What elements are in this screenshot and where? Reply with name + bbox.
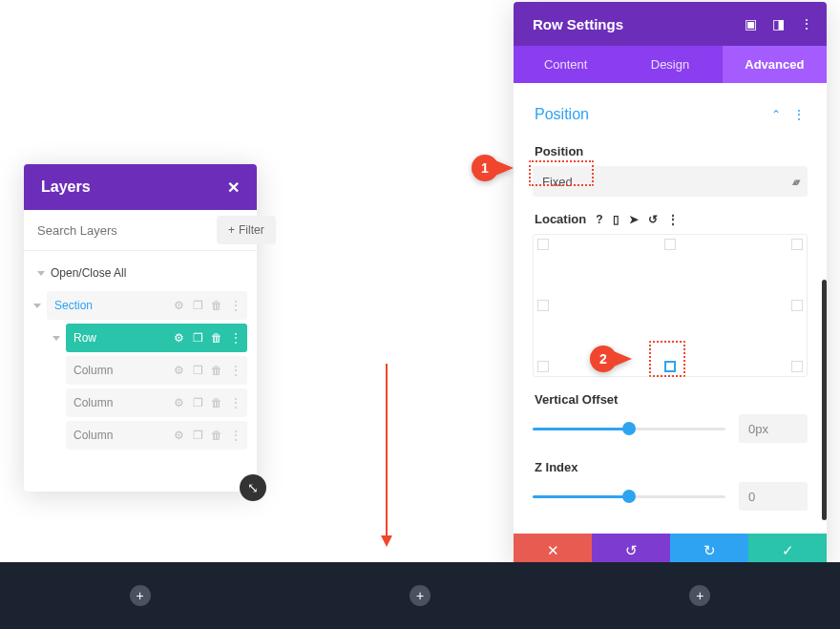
help-icon[interactable]: ? bbox=[596, 213, 602, 226]
expand-icon[interactable]: ▣ bbox=[745, 16, 757, 31]
highlight-box-2 bbox=[649, 341, 685, 377]
vertical-offset-label: Vertical Offset bbox=[535, 392, 806, 407]
gear-icon[interactable]: ⚙ bbox=[173, 300, 184, 311]
tab-content[interactable]: Content bbox=[514, 46, 618, 83]
resize-handle[interactable]: ⤡ bbox=[240, 474, 266, 501]
more-icon[interactable]: ⋮ bbox=[800, 16, 813, 31]
layer-column[interactable]: Column ⚙ ❐ 🗑 ⋮ bbox=[33, 388, 247, 417]
add-column-button[interactable]: + bbox=[410, 585, 430, 606]
open-close-all-label: Open/Close All bbox=[51, 266, 126, 280]
z-index-input[interactable]: 0 bbox=[739, 482, 808, 511]
layer-column[interactable]: Column ⚙ ❐ 🗑 ⋮ bbox=[33, 356, 247, 385]
settings-header[interactable]: Row Settings ▣ ◨ ⋮ bbox=[514, 2, 827, 46]
open-close-all[interactable]: Open/Close All bbox=[28, 259, 253, 287]
more-icon[interactable]: ⋮ bbox=[667, 213, 679, 226]
layers-title: Layers bbox=[41, 178, 91, 196]
anchor-middle-right[interactable] bbox=[791, 300, 803, 311]
scrollbar[interactable] bbox=[822, 280, 827, 520]
trash-icon[interactable]: 🗑 bbox=[211, 332, 222, 344]
gear-icon[interactable]: ⚙ bbox=[173, 430, 184, 441]
more-icon[interactable]: ⋮ bbox=[230, 397, 242, 409]
more-icon[interactable]: ⋮ bbox=[230, 300, 242, 311]
section-title: Position bbox=[535, 106, 589, 123]
anchor-top-left[interactable] bbox=[537, 239, 549, 250]
z-index-row: 0 bbox=[533, 482, 808, 511]
callout-2: 2 bbox=[590, 346, 632, 372]
select-caret-icon: ▴▾ bbox=[792, 176, 798, 188]
layer-label: Column bbox=[74, 429, 173, 442]
filter-label: Filter bbox=[239, 223, 264, 237]
callout-1: 1 bbox=[472, 155, 514, 181]
layer-row[interactable]: Row ⚙ ❐ 🗑 ⋮ bbox=[33, 324, 247, 352]
callout-number: 1 bbox=[472, 155, 498, 181]
anchor-bottom-left[interactable] bbox=[537, 361, 549, 372]
duplicate-icon[interactable]: ❐ bbox=[192, 397, 203, 409]
cursor-icon[interactable]: ➤ bbox=[629, 213, 639, 226]
duplicate-icon[interactable]: ❐ bbox=[192, 365, 203, 376]
highlight-box-1 bbox=[529, 160, 594, 186]
anchor-top-right[interactable] bbox=[791, 239, 803, 250]
layers-body: Open/Close All Section ⚙ ❐ 🗑 ⋮ Row ⚙ ❐ bbox=[24, 251, 257, 492]
filter-button[interactable]: +Filter bbox=[217, 216, 276, 244]
section-position-header[interactable]: Position ⌃ ⋮ bbox=[533, 96, 808, 140]
layer-label: Row bbox=[74, 331, 173, 345]
callout-number: 2 bbox=[590, 346, 617, 372]
layers-search-row: +Filter bbox=[24, 210, 257, 251]
more-icon[interactable]: ⋮ bbox=[230, 430, 242, 441]
duplicate-icon[interactable]: ❐ bbox=[192, 332, 203, 344]
gear-icon[interactable]: ⚙ bbox=[173, 332, 184, 344]
phone-icon[interactable]: ▯ bbox=[613, 213, 620, 226]
add-column-button[interactable]: + bbox=[689, 585, 710, 606]
z-index-label: Z Index bbox=[535, 460, 806, 474]
trash-icon[interactable]: 🗑 bbox=[211, 397, 222, 409]
settings-body: Position ⌃ ⋮ Position Fixed ▴▾ Location … bbox=[514, 83, 827, 534]
search-input[interactable] bbox=[24, 212, 211, 249]
chevron-down-icon[interactable] bbox=[52, 336, 60, 341]
layer-column[interactable]: Column ⚙ ❐ 🗑 ⋮ bbox=[33, 421, 247, 450]
columns-icon[interactable]: ◨ bbox=[772, 16, 785, 31]
plus-icon: + bbox=[228, 223, 235, 237]
layer-label: Column bbox=[74, 364, 173, 377]
gear-icon[interactable]: ⚙ bbox=[173, 397, 184, 409]
trash-icon[interactable]: 🗑 bbox=[211, 300, 222, 311]
tab-advanced[interactable]: Advanced bbox=[723, 46, 827, 83]
gear-icon[interactable]: ⚙ bbox=[173, 365, 184, 376]
canvas-bottom-bar: + + + bbox=[0, 562, 840, 629]
add-column-button[interactable]: + bbox=[130, 585, 151, 606]
layers-header[interactable]: Layers ✕ bbox=[24, 164, 257, 210]
duplicate-icon[interactable]: ❐ bbox=[192, 430, 203, 441]
layer-section[interactable]: Section ⚙ ❐ 🗑 ⋮ bbox=[47, 291, 247, 320]
layers-panel: Layers ✕ +Filter Open/Close All Section … bbox=[24, 164, 257, 492]
vertical-offset-slider[interactable] bbox=[533, 428, 725, 430]
location-label: Location bbox=[535, 212, 586, 226]
slider-thumb[interactable] bbox=[622, 490, 636, 503]
more-icon[interactable]: ⋮ bbox=[230, 332, 242, 344]
vertical-offset-row: 0px bbox=[533, 414, 808, 443]
reset-icon[interactable]: ↺ bbox=[648, 213, 658, 226]
slider-thumb[interactable] bbox=[622, 422, 636, 435]
layer-label: Column bbox=[74, 396, 173, 409]
trash-icon[interactable]: 🗑 bbox=[211, 430, 222, 441]
more-icon[interactable]: ⋮ bbox=[230, 365, 242, 376]
settings-title: Row Settings bbox=[533, 16, 623, 32]
settings-panel: Row Settings ▣ ◨ ⋮ Content Design Advanc… bbox=[514, 2, 827, 568]
chevron-up-icon[interactable]: ⌃ bbox=[771, 108, 781, 121]
layer-label: Section bbox=[54, 299, 173, 312]
chevron-down-icon[interactable] bbox=[33, 304, 41, 308]
duplicate-icon[interactable]: ❐ bbox=[192, 300, 203, 311]
anchor-bottom-right[interactable] bbox=[791, 361, 803, 372]
down-arrow-icon bbox=[386, 364, 388, 545]
chevron-down-icon bbox=[37, 271, 45, 276]
anchor-middle-left[interactable] bbox=[537, 300, 549, 311]
tabs: Content Design Advanced bbox=[514, 46, 827, 83]
trash-icon[interactable]: 🗑 bbox=[211, 365, 222, 376]
location-label-row: Location ? ▯ ➤ ↺ ⋮ bbox=[535, 212, 806, 226]
position-label: Position bbox=[535, 144, 806, 158]
vertical-offset-input[interactable]: 0px bbox=[739, 414, 808, 443]
close-icon[interactable]: ✕ bbox=[227, 178, 240, 197]
more-icon[interactable]: ⋮ bbox=[792, 107, 806, 122]
tab-design[interactable]: Design bbox=[618, 46, 722, 83]
z-index-slider[interactable] bbox=[533, 495, 725, 498]
anchor-top-center[interactable] bbox=[664, 239, 676, 250]
